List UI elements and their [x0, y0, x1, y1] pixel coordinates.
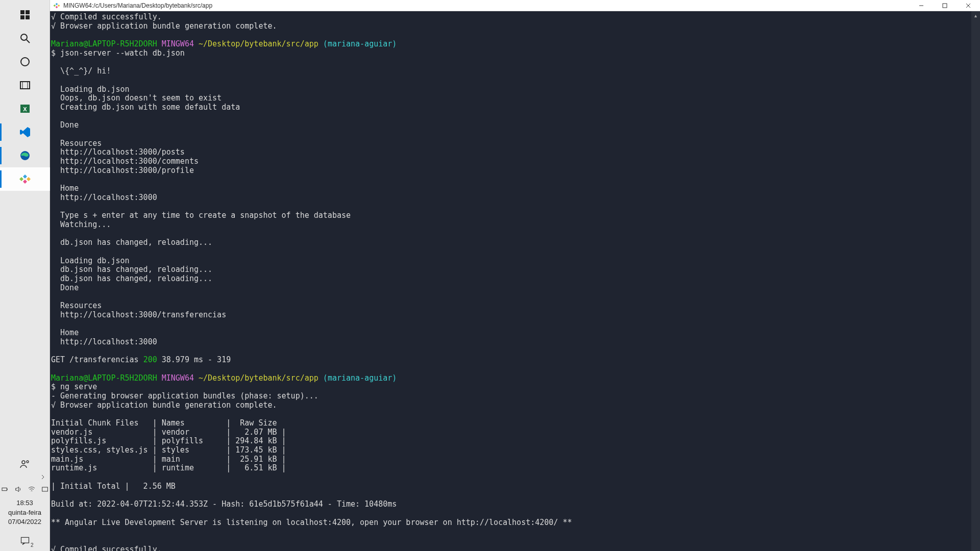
battery-icon — [1, 485, 9, 493]
search-button[interactable] — [0, 27, 50, 50]
task-view-button[interactable] — [0, 50, 50, 73]
close-button[interactable] — [957, 0, 980, 11]
term-line: √ Browser application bundle generation … — [51, 21, 277, 31]
start-button[interactable] — [0, 3, 50, 27]
titlebar[interactable]: MINGW64:/c/Users/Mariana/Desktop/byteban… — [50, 0, 980, 11]
close-icon — [966, 3, 971, 8]
window-controls — [910, 0, 980, 11]
term-line: ** Angular Live Development Server is li… — [51, 518, 572, 527]
clock-date: 07/04/2022 — [8, 517, 41, 527]
terminal-window: MINGW64:/c/Users/Mariana/Desktop/byteban… — [50, 0, 980, 551]
term-line: √ Browser application bundle generation … — [51, 400, 277, 410]
svg-rect-11 — [2, 488, 7, 491]
http-status: 200 — [143, 355, 157, 364]
prompt-branch-close: ) — [392, 373, 397, 383]
term-line: Build at: 2022-04-07T21:52:44.353Z - Has… — [51, 499, 397, 509]
system-tray[interactable] — [0, 482, 50, 496]
action-center-button[interactable]: 2 — [0, 531, 50, 551]
scroll-up-button[interactable]: ▴ — [971, 11, 980, 20]
chunk-row: main.js | main | 25.91 kB | — [51, 455, 286, 464]
maximize-button[interactable] — [933, 0, 957, 11]
term-line: db.json has changed, reloading... — [51, 238, 212, 247]
term-line: Loading db.json — [51, 85, 130, 94]
term-line: http://localhost:3000/comments — [51, 157, 199, 166]
maximize-icon — [942, 3, 947, 8]
chunk-row: runtime.js | runtime | 6.51 kB | — [51, 463, 286, 472]
svg-rect-12 — [7, 489, 7, 490]
term-line: Done — [51, 283, 79, 292]
prompt-path: ~/Desktop/bytebank/src/app — [199, 373, 318, 383]
term-line: \{^_^}/ hi! — [51, 66, 111, 76]
svg-point-2 — [21, 58, 29, 66]
people-icon — [19, 458, 31, 470]
prompt-branch-close: ) — [392, 39, 397, 48]
wifi-icon — [28, 485, 36, 493]
notification-icon — [20, 536, 30, 546]
chunk-row: styles.css, styles.js | styles | 173.45 … — [51, 445, 286, 455]
edge-icon — [19, 149, 31, 162]
terminal-scrollbar[interactable]: ▴ ▾ — [971, 11, 980, 551]
prompt-shell: MINGW64 — [162, 39, 194, 48]
chunk-row: vendor.js | vendor | 2.07 MB | — [51, 428, 286, 437]
svg-rect-14 — [21, 537, 29, 543]
svg-rect-16 — [943, 4, 947, 8]
term-line: Home — [51, 328, 79, 337]
people-button[interactable] — [0, 456, 50, 473]
term-line: Loading db.json — [51, 256, 130, 265]
app-icon — [53, 2, 60, 9]
notification-badge: 2 — [31, 542, 34, 548]
prompt-branch: mariana-aguiar — [328, 39, 392, 48]
prompt-user: Mariana@LAPTOP-R5H2DORH — [51, 373, 157, 383]
term-line: db.json has changed, reloading... — [51, 274, 212, 283]
clock-time: 18:53 — [8, 498, 41, 508]
input-icon — [41, 485, 49, 493]
svg-rect-3 — [20, 82, 30, 89]
taskbar-app-excel[interactable]: X — [0, 97, 50, 120]
chunk-header: Initial Chunk Files | Names | Raw Size — [51, 418, 277, 428]
taskbar-app-video[interactable] — [0, 73, 50, 97]
tray-overflow-button[interactable] — [0, 473, 50, 482]
excel-icon: X — [19, 103, 31, 115]
search-icon — [19, 32, 31, 44]
windows-icon — [19, 9, 31, 21]
term-line: Creating db.json with some default data — [51, 103, 240, 112]
term-line: http://localhost:3000 — [51, 193, 157, 202]
chevron-right-icon — [40, 474, 46, 480]
term-line: http://localhost:3000 — [51, 337, 157, 346]
term-line: Done — [51, 120, 79, 130]
term-line: http://localhost:3000/profile — [51, 166, 194, 175]
taskbar-app-terminal[interactable] — [0, 167, 50, 191]
terminal-output[interactable]: √ Compiled successfully. √ Browser appli… — [50, 11, 971, 551]
term-line: | Initial Total | 2.56 MB — [51, 482, 176, 491]
prompt-path: ~/Desktop/bytebank/src/app — [199, 39, 318, 48]
svg-point-9 — [22, 461, 25, 464]
task-view-icon — [19, 56, 31, 68]
taskbar-app-vscode[interactable] — [0, 120, 50, 144]
mintty-icon — [19, 173, 31, 185]
term-line: Type s + enter at any time to create a s… — [51, 211, 351, 220]
term-line: Home — [51, 184, 79, 193]
taskbar-clock[interactable]: 18:53 quinta-feira 07/04/2022 — [8, 496, 41, 531]
chunk-row: polyfills.js | polyfills | 294.84 kB | — [51, 436, 286, 445]
term-line: db.json has changed, reloading... — [51, 265, 212, 274]
term-line: Oops, db.json doesn't seem to exist — [51, 93, 222, 103]
clock-weekday: quinta-feira — [8, 508, 41, 517]
taskbar-app-edge[interactable] — [0, 144, 50, 167]
term-line: http://localhost:3000/posts — [51, 147, 185, 157]
minimize-button[interactable] — [910, 0, 933, 11]
term-command: $ ng serve — [51, 382, 97, 391]
window-title: MINGW64:/c/Users/Mariana/Desktop/byteban… — [63, 2, 910, 9]
svg-rect-13 — [42, 487, 47, 491]
term-line: http://localhost:3000/transferencias — [51, 310, 226, 319]
term-command: $ json-server --watch db.json — [51, 48, 185, 58]
film-icon — [19, 79, 31, 91]
term-line: 38.979 ms - 319 — [157, 355, 231, 364]
prompt-shell: MINGW64 — [162, 373, 194, 383]
vscode-icon — [19, 126, 31, 138]
svg-point-10 — [27, 461, 29, 463]
minimize-icon — [919, 3, 924, 8]
svg-line-1 — [27, 40, 30, 43]
term-line: √ Compiled successfully. — [51, 12, 162, 21]
term-line: GET /transferencias — [51, 355, 143, 364]
prompt-branch: mariana-aguiar — [328, 373, 392, 383]
